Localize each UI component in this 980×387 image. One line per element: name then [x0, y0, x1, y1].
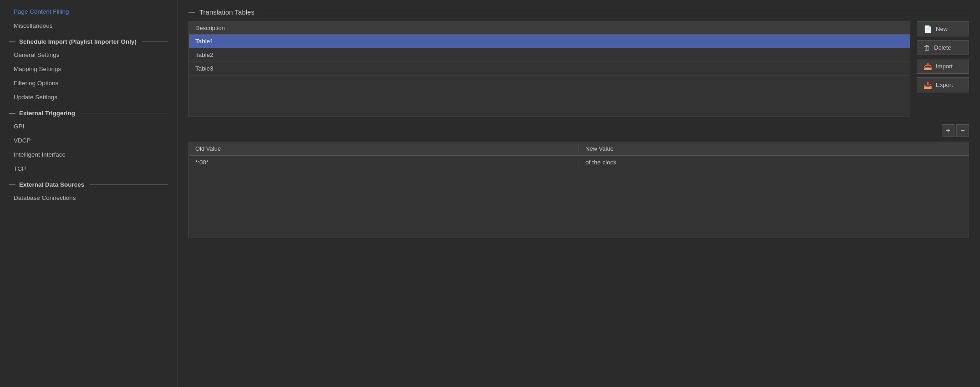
main-content: Translation Tables Description Table1 Ta… — [178, 0, 980, 387]
values-table-body: *:00* of the clock — [189, 156, 969, 238]
sidebar-group-schedule-import: Schedule Import (Playlist Importer Only) — [0, 33, 177, 48]
table-row-table3[interactable]: Table3 — [189, 62, 910, 76]
values-table: Old Value New Value *:00* of the clock — [188, 142, 969, 238]
sidebar-item-database-connections[interactable]: Database Connections — [0, 191, 177, 205]
new-value-column-header: New Value — [579, 145, 969, 152]
table-row-table2[interactable]: Table2 — [189, 48, 910, 62]
export-icon: 📤 — [924, 81, 932, 88]
delete-button[interactable]: 🗑 Delete — [917, 40, 969, 55]
section-title: Translation Tables — [188, 8, 969, 16]
import-icon: 📥 — [924, 63, 932, 70]
table-row-table1[interactable]: Table1 — [189, 35, 910, 48]
sidebar-item-update-settings[interactable]: Update Settings — [0, 90, 177, 104]
sidebar-item-miscellaneous[interactable]: Miscellaneous — [0, 19, 177, 33]
sidebar-item-general-settings[interactable]: General Settings — [0, 48, 177, 62]
action-buttons-column: 📄 New 🗑 Delete 📥 Import 📤 Export — [917, 21, 969, 117]
sidebar-item-page-content-filling[interactable]: Page Content Filling — [0, 5, 177, 19]
import-button[interactable]: 📥 Import — [917, 59, 969, 74]
translation-tables-area: Description Table1 Table2 Table3 📄 New — [188, 21, 969, 117]
export-button[interactable]: 📤 Export — [917, 77, 969, 92]
new-button[interactable]: 📄 New — [917, 21, 969, 36]
old-value-column-header: Old Value — [189, 145, 579, 152]
sidebar-item-gpi[interactable]: GPI — [0, 119, 177, 133]
sidebar-item-tcp[interactable]: TCP — [0, 162, 177, 176]
sidebar-group-external-data-sources: External Data Sources — [0, 176, 177, 191]
values-table-row[interactable]: *:00* of the clock — [189, 156, 969, 169]
translation-table-list: Description Table1 Table2 Table3 — [188, 21, 910, 117]
sidebar-item-mapping-settings[interactable]: Mapping Settings — [0, 62, 177, 76]
remove-row-button[interactable]: − — [956, 124, 969, 137]
add-row-button[interactable]: + — [942, 124, 955, 137]
delete-icon: 🗑 — [924, 44, 930, 51]
sidebar: Page Content Filling Miscellaneous Sched… — [0, 0, 178, 387]
plus-minus-row: + − — [188, 124, 969, 137]
sidebar-item-vdcp[interactable]: VDCP — [0, 133, 177, 148]
sidebar-group-external-triggering: External Triggering — [0, 104, 177, 119]
values-table-header: Old Value New Value — [189, 142, 969, 156]
sidebar-item-filtering-options[interactable]: Filtering Options — [0, 76, 177, 90]
sidebar-item-intelligent-interface[interactable]: Intelligent Interface — [0, 148, 177, 162]
new-icon: 📄 — [924, 25, 932, 32]
old-value-cell: *:00* — [189, 159, 579, 166]
table-list-header: Description — [189, 22, 910, 35]
table-list-body: Table1 Table2 Table3 — [189, 35, 910, 117]
description-column-header: Description — [195, 25, 904, 31]
new-value-cell: of the clock — [579, 159, 969, 166]
